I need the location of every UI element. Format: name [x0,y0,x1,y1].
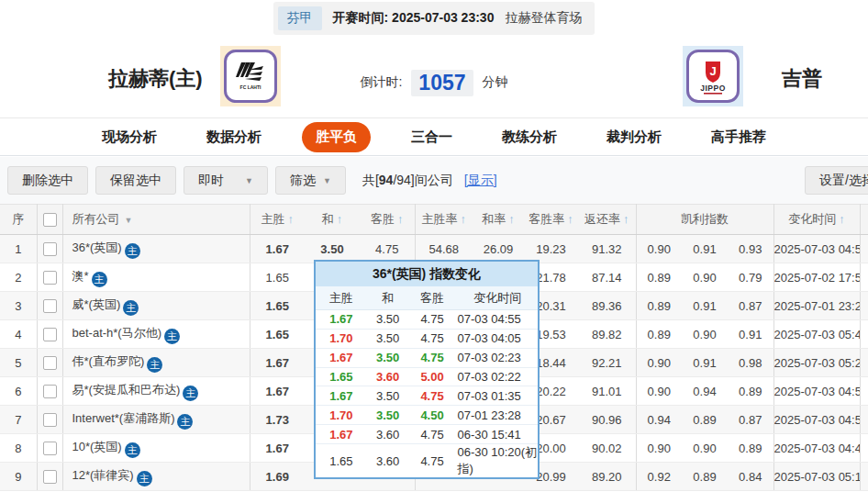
row-checkbox[interactable] [43,413,57,427]
col-change-time[interactable]: 变化时间↑ [773,205,860,235]
row-checkbox[interactable] [43,385,57,398]
company-name[interactable]: 36*(英国)主 [62,235,250,263]
cutoff-cell [860,349,868,377]
countdown-unit: 分钟 [482,74,507,89]
company-name[interactable]: 12*(菲律宾)主 [62,463,250,491]
change-time: 2025-07-03 05:40 [773,320,860,349]
tab-3[interactable]: 三合一 [402,122,462,152]
cutoff-cell [860,463,868,491]
sort-asc-icon: ↑ [508,212,515,226]
home-odds: 1.65 [250,263,305,292]
company-name[interactable]: bet-at-h*(马尔他)主 [62,320,250,349]
popup-title: 36*(英国) 指数变化 [316,262,538,286]
col-draw-rate[interactable]: 和率↑ [473,205,524,235]
jippo-crest-icon: J JIPPO [686,50,740,103]
kelly-draw: 0.91 [682,235,728,263]
change-time: 2025-07-02 17:59 [773,263,860,292]
filter-dropdown[interactable]: 筛选 ▼ [275,166,346,195]
select-all-checkbox[interactable] [43,213,57,227]
popup-header-row: 主胜 和 客胜 变化时间 [316,286,538,310]
cutoff-cell [860,235,868,263]
home-odds: 1.67 [250,434,305,463]
col-draw-odds[interactable]: 和↑ [305,205,360,235]
kelly-draw: 0.89 [682,463,728,491]
payout-rate: 92.21 [578,349,636,377]
row-seq: 7 [0,406,37,434]
col-home-odds[interactable]: 主胜↑ [250,205,305,235]
popup-home-odds: 1.67 [316,351,367,364]
kelly-draw: 0.91 [682,349,728,377]
popup-away-odds: 4.75 [409,428,456,442]
row-checkbox[interactable] [43,470,57,484]
row-checkbox-cell [37,463,62,491]
company-name[interactable]: 易*(安提瓜和巴布达)主 [62,377,250,406]
row-seq: 2 [0,263,37,292]
sort-asc-icon: ↑ [337,212,343,226]
venue-name: 拉赫登体育场 [505,10,582,27]
company-name[interactable]: 10*(英国)主 [62,434,250,463]
popup-draw-odds: 3.50 [367,351,409,364]
col-company[interactable]: 所有公司▼ [62,205,250,235]
show-link[interactable]: [显示] [464,173,497,189]
settings-select-button[interactable]: 设置/选择 [805,166,868,195]
popup-home-odds: 1.70 [316,408,367,422]
kelly-home: 0.89 [636,320,682,349]
col-payout-rate[interactable]: 返还率↑ [578,205,636,235]
kickoff-time: 开赛时间: 2025-07-03 23:30 [333,10,495,27]
col-home-rate[interactable]: 主胜率↑ [415,205,473,235]
col-kelly-index: 凯利指数 [636,205,773,235]
row-checkbox-cell [37,263,62,292]
home-odds: 1.65 [250,320,305,349]
popup-home-odds: 1.70 [316,331,367,345]
company-name[interactable]: Interwet*(塞浦路斯)主 [62,406,250,434]
delete-selected-button[interactable]: 删除选中 [7,166,88,195]
kelly-away: 0.87 [728,292,773,320]
top-info-bar: 芬甲 开赛时间: 2025-07-03 23:30 拉赫登体育场 [0,0,868,37]
tab-1[interactable]: 数据分析 [197,122,271,152]
row-checkbox[interactable] [43,242,57,256]
away-rate: 19.23 [524,235,578,263]
col-away-rate[interactable]: 客胜率↑ [524,205,578,235]
instant-odds-label: 即时 [198,173,224,189]
popup-row: 1.673.504.7507-03 04:55 [316,310,538,330]
company-name[interactable]: 澳*主 [62,263,250,292]
home-odds: 1.67 [250,377,305,406]
tab-0[interactable]: 现场分析 [93,122,166,152]
home-badge-icon: 主 [123,300,139,316]
away-team-logo: J JIPPO [683,46,743,106]
row-seq: 8 [0,434,37,463]
col-away-odds[interactable]: 客胜↑ [360,205,415,235]
tab-5[interactable]: 裁判分析 [597,122,671,152]
popup-away-odds: 4.75 [409,331,456,345]
row-checkbox[interactable] [43,328,57,341]
popup-change-time: 07-01 23:28 [455,408,538,422]
sort-asc-icon: ↑ [397,212,404,226]
row-checkbox[interactable] [43,299,57,313]
row-checkbox[interactable] [43,271,57,285]
tab-4[interactable]: 教练分析 [493,122,566,152]
change-time: 2025-07-01 23:27 [773,292,860,320]
popup-away-odds: 4.75 [409,312,456,326]
away-logo-text: JIPPO [700,84,726,93]
keep-selected-button[interactable]: 保留选中 [95,166,176,195]
filter-label: 筛选 [290,173,316,189]
home-odds: 1.65 [250,292,305,320]
instant-odds-dropdown[interactable]: 即时 ▼ [184,166,268,195]
popup-draw-odds: 3.60 [367,428,409,442]
popup-away-odds: 4.75 [409,351,456,364]
draw-odds: 3.50 [305,235,360,263]
tab-2-active[interactable]: 胜平负 [302,122,371,152]
payout-rate: 87.14 [578,263,636,292]
table-row[interactable]: 136*(英国)主1.673.504.7554.6826.0919.2391.3… [0,235,868,263]
row-checkbox[interactable] [43,442,57,455]
row-checkbox-cell [37,406,62,434]
tab-6[interactable]: 高手推荐 [702,122,775,152]
company-name[interactable]: 伟*(直布罗陀)主 [62,349,250,377]
company-name[interactable]: 威*(英国)主 [62,292,250,320]
row-checkbox[interactable] [43,356,57,370]
kelly-home: 0.90 [636,349,682,377]
popup-col-time: 变化时间 [455,290,538,307]
popup-change-time: 07-03 02:22 [455,370,538,384]
home-badge-icon: 主 [92,272,107,287]
kelly-home: 0.90 [636,434,682,463]
